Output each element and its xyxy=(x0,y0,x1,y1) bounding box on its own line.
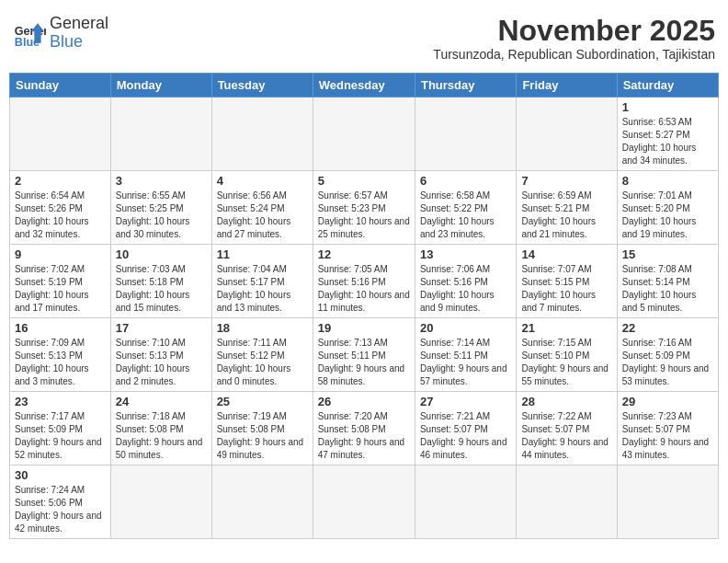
calendar-cell: 11Sunrise: 7:04 AM Sunset: 5:17 PM Dayli… xyxy=(211,245,313,318)
calendar-cell: 23Sunrise: 7:17 AM Sunset: 5:09 PM Dayli… xyxy=(10,392,111,465)
day-info: Sunrise: 6:55 AM Sunset: 5:25 PM Dayligh… xyxy=(116,190,207,241)
calendar-cell: 7Sunrise: 6:59 AM Sunset: 5:21 PM Daylig… xyxy=(517,171,617,245)
day-number: 29 xyxy=(622,395,713,408)
day-number: 16 xyxy=(15,321,106,335)
day-info: Sunrise: 7:15 AM Sunset: 5:10 PM Dayligh… xyxy=(521,337,611,388)
calendar-cell: 5Sunrise: 6:57 AM Sunset: 5:23 PM Daylig… xyxy=(313,171,415,245)
day-number: 5 xyxy=(318,174,410,188)
calendar-cell: 9Sunrise: 7:02 AM Sunset: 5:19 PM Daylig… xyxy=(10,245,111,318)
logo-line2: Blue xyxy=(50,33,108,52)
day-number: 6 xyxy=(420,174,511,188)
day-header-sunday: Sunday xyxy=(10,74,111,98)
logo-text: General Blue xyxy=(50,15,108,52)
logo: General Blue General Blue xyxy=(13,15,108,52)
day-header-saturday: Saturday xyxy=(617,74,718,98)
day-number: 20 xyxy=(420,321,511,335)
calendar-cell xyxy=(110,98,211,171)
day-number: 24 xyxy=(116,395,207,408)
calendar-week-row: 1Sunrise: 6:53 AM Sunset: 5:27 PM Daylig… xyxy=(10,98,719,171)
calendar-cell: 29Sunrise: 7:23 AM Sunset: 5:07 PM Dayli… xyxy=(617,392,718,465)
day-info: Sunrise: 7:19 AM Sunset: 5:08 PM Dayligh… xyxy=(217,410,308,462)
calendar-cell: 22Sunrise: 7:16 AM Sunset: 5:09 PM Dayli… xyxy=(617,318,718,392)
day-header-monday: Monday xyxy=(110,74,211,98)
calendar-cell: 30Sunrise: 7:24 AM Sunset: 5:06 PM Dayli… xyxy=(10,465,111,539)
calendar-cell: 4Sunrise: 6:56 AM Sunset: 5:24 PM Daylig… xyxy=(211,171,313,245)
calendar-cell: 3Sunrise: 6:55 AM Sunset: 5:25 PM Daylig… xyxy=(110,171,211,245)
day-info: Sunrise: 6:54 AM Sunset: 5:26 PM Dayligh… xyxy=(15,190,106,241)
logo-icon: General Blue xyxy=(13,17,46,50)
day-number: 12 xyxy=(318,247,410,261)
day-info: Sunrise: 7:24 AM Sunset: 5:06 PM Dayligh… xyxy=(15,484,106,535)
day-info: Sunrise: 7:11 AM Sunset: 5:12 PM Dayligh… xyxy=(217,337,308,388)
day-number: 7 xyxy=(521,174,611,188)
calendar-cell: 10Sunrise: 7:03 AM Sunset: 5:18 PM Dayli… xyxy=(110,245,211,318)
calendar-cell xyxy=(517,98,617,171)
day-info: Sunrise: 7:04 AM Sunset: 5:17 PM Dayligh… xyxy=(217,263,308,315)
day-header-tuesday: Tuesday xyxy=(211,74,313,98)
day-number: 26 xyxy=(318,395,410,408)
day-info: Sunrise: 7:21 AM Sunset: 5:07 PM Dayligh… xyxy=(420,410,511,462)
day-info: Sunrise: 6:56 AM Sunset: 5:24 PM Dayligh… xyxy=(217,190,308,241)
calendar-week-row: 2Sunrise: 6:54 AM Sunset: 5:26 PM Daylig… xyxy=(10,171,719,245)
day-info: Sunrise: 7:17 AM Sunset: 5:09 PM Dayligh… xyxy=(15,410,106,462)
day-number: 30 xyxy=(15,468,106,482)
calendar-cell: 17Sunrise: 7:10 AM Sunset: 5:13 PM Dayli… xyxy=(110,318,211,392)
calendar-cell xyxy=(211,98,313,171)
calendar-cell: 19Sunrise: 7:13 AM Sunset: 5:11 PM Dayli… xyxy=(313,318,415,392)
calendar-cell: 1Sunrise: 6:53 AM Sunset: 5:27 PM Daylig… xyxy=(617,98,718,171)
calendar-cell: 16Sunrise: 7:09 AM Sunset: 5:13 PM Dayli… xyxy=(10,318,111,392)
calendar-cell xyxy=(110,465,211,539)
day-number: 22 xyxy=(622,321,713,335)
day-number: 9 xyxy=(15,247,106,261)
day-info: Sunrise: 7:09 AM Sunset: 5:13 PM Dayligh… xyxy=(15,337,106,388)
day-info: Sunrise: 7:22 AM Sunset: 5:07 PM Dayligh… xyxy=(521,410,611,462)
day-info: Sunrise: 7:03 AM Sunset: 5:18 PM Dayligh… xyxy=(116,263,207,315)
calendar-cell xyxy=(10,98,111,171)
day-number: 2 xyxy=(15,174,106,188)
day-number: 23 xyxy=(15,395,106,408)
month-title: November 2025 xyxy=(433,15,715,47)
day-header-friday: Friday xyxy=(517,74,617,98)
day-info: Sunrise: 6:58 AM Sunset: 5:22 PM Dayligh… xyxy=(420,190,511,241)
day-info: Sunrise: 7:08 AM Sunset: 5:14 PM Dayligh… xyxy=(622,263,713,315)
day-number: 28 xyxy=(521,395,611,408)
calendar-week-row: 30Sunrise: 7:24 AM Sunset: 5:06 PM Dayli… xyxy=(10,465,719,539)
calendar-cell: 13Sunrise: 7:06 AM Sunset: 5:16 PM Dayli… xyxy=(415,245,516,318)
calendar-cell xyxy=(313,465,415,539)
day-number: 27 xyxy=(420,395,511,408)
calendar-cell: 15Sunrise: 7:08 AM Sunset: 5:14 PM Dayli… xyxy=(617,245,718,318)
title-block: November 2025 Tursunzoda, Republican Sub… xyxy=(433,15,715,62)
calendar-week-row: 9Sunrise: 7:02 AM Sunset: 5:19 PM Daylig… xyxy=(10,245,719,318)
calendar-cell: 25Sunrise: 7:19 AM Sunset: 5:08 PM Dayli… xyxy=(211,392,313,465)
day-number: 17 xyxy=(116,321,207,335)
day-info: Sunrise: 7:07 AM Sunset: 5:15 PM Dayligh… xyxy=(521,263,611,315)
calendar-cell: 26Sunrise: 7:20 AM Sunset: 5:08 PM Dayli… xyxy=(313,392,415,465)
day-info: Sunrise: 7:23 AM Sunset: 5:07 PM Dayligh… xyxy=(622,410,713,462)
day-info: Sunrise: 7:14 AM Sunset: 5:11 PM Dayligh… xyxy=(420,337,511,388)
logo-line1: General xyxy=(50,15,108,33)
calendar-cell xyxy=(617,465,718,539)
calendar-cell: 21Sunrise: 7:15 AM Sunset: 5:10 PM Dayli… xyxy=(517,318,617,392)
calendar-cell xyxy=(211,465,313,539)
day-info: Sunrise: 7:20 AM Sunset: 5:08 PM Dayligh… xyxy=(318,410,410,462)
day-number: 8 xyxy=(622,174,713,188)
calendar-table: SundayMondayTuesdayWednesdayThursdayFrid… xyxy=(9,73,719,539)
day-info: Sunrise: 7:02 AM Sunset: 5:19 PM Dayligh… xyxy=(15,263,106,315)
day-info: Sunrise: 6:59 AM Sunset: 5:21 PM Dayligh… xyxy=(521,190,611,241)
calendar-cell: 28Sunrise: 7:22 AM Sunset: 5:07 PM Dayli… xyxy=(517,392,617,465)
day-info: Sunrise: 6:53 AM Sunset: 5:27 PM Dayligh… xyxy=(622,116,713,167)
day-number: 14 xyxy=(521,247,611,261)
day-number: 3 xyxy=(116,174,207,188)
calendar-header-row: SundayMondayTuesdayWednesdayThursdayFrid… xyxy=(10,74,719,98)
calendar-cell: 2Sunrise: 6:54 AM Sunset: 5:26 PM Daylig… xyxy=(10,171,111,245)
day-info: Sunrise: 7:16 AM Sunset: 5:09 PM Dayligh… xyxy=(622,337,713,388)
day-header-wednesday: Wednesday xyxy=(313,74,415,98)
day-info: Sunrise: 7:05 AM Sunset: 5:16 PM Dayligh… xyxy=(318,263,410,315)
calendar-cell: 6Sunrise: 6:58 AM Sunset: 5:22 PM Daylig… xyxy=(415,171,516,245)
day-number: 11 xyxy=(217,247,308,261)
day-number: 19 xyxy=(318,321,410,335)
day-number: 18 xyxy=(217,321,308,335)
calendar-cell xyxy=(517,465,617,539)
day-header-thursday: Thursday xyxy=(415,74,516,98)
day-number: 21 xyxy=(521,321,611,335)
